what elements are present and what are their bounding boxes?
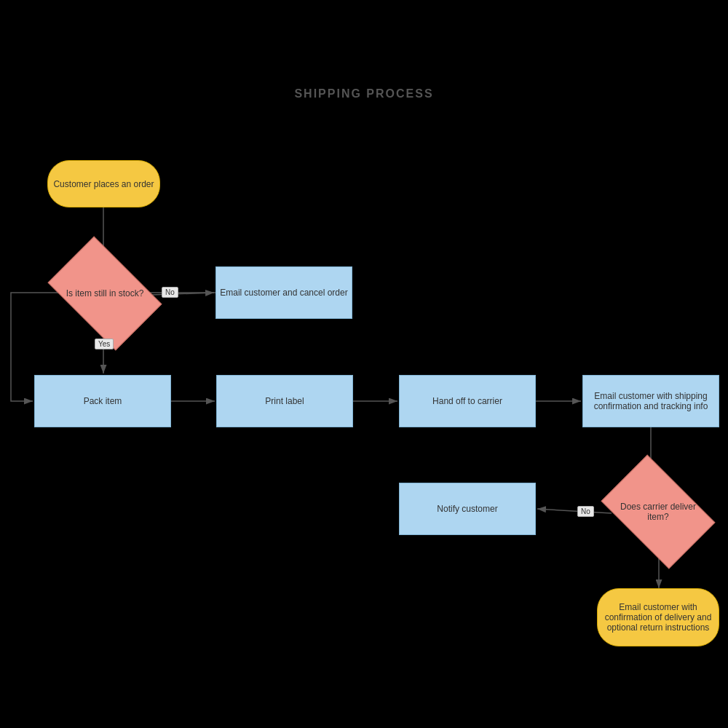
svg-line-8 xyxy=(537,509,612,513)
notify-node: Notify customer xyxy=(399,483,536,535)
delivery-decision: Does carrier deliver item? xyxy=(610,479,706,545)
flowchart-canvas: SHIPPING PROCESS Customer plac xyxy=(0,0,728,728)
print-node: Print label xyxy=(216,375,353,427)
handoff-node: Hand off to carrier xyxy=(399,375,536,427)
pack-node: Pack item xyxy=(34,375,171,427)
email-confirm-node: Email customer with shipping confirmatio… xyxy=(582,375,719,427)
stock-decision: Is item still in stock? xyxy=(57,261,153,326)
cancel-node: Email customer and cancel order xyxy=(215,266,352,319)
no2-label: No xyxy=(577,506,594,517)
start-node: Customer places an order xyxy=(47,160,160,207)
no1-label: No xyxy=(162,287,178,298)
end-node: Email customer with confirmation of deli… xyxy=(597,588,719,646)
page-title: SHIPPING PROCESS xyxy=(0,87,728,100)
yes1-label: Yes xyxy=(95,339,114,349)
svg-line-2 xyxy=(151,293,214,295)
